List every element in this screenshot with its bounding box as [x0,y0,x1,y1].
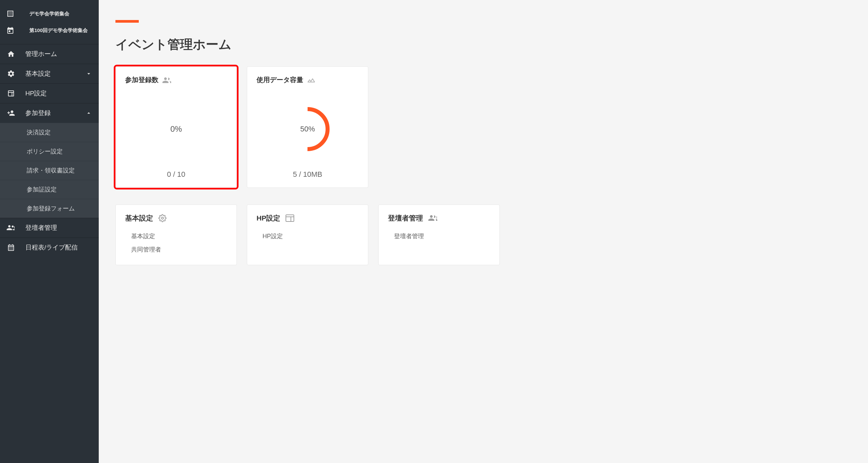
stat-body: 0% [125,84,227,170]
link-card-title: 基本設定 [125,214,153,223]
calendar-icon [7,243,16,252]
calendar-day-icon [6,26,15,35]
gear-icon [7,69,16,78]
link-card-header: HP設定 [256,214,359,223]
sub-nav-registration: 決済設定 ポリシー設定 請求・領収書設定 参加証設定 参加登録フォーム [0,123,99,218]
people-icon [162,77,171,83]
chart-line-icon [307,78,316,83]
link-card-title: HP設定 [256,214,280,223]
registrations-percent: 0% [170,124,182,134]
registrations-ratio: 0 / 10 [125,170,227,179]
registrations-card[interactable]: 参加登録数 0% 0 / 10 [116,66,237,188]
web-icon [285,215,294,222]
stat-cards-row: 参加登録数 0% 0 / 10 使用データ容量 [116,66,851,188]
sub-nav-registration-form[interactable]: 参加登録フォーム [0,199,99,218]
nav-label: HP設定 [25,89,92,98]
sub-nav-payment-settings[interactable]: 決済設定 [0,123,99,142]
nav-item-basic-settings[interactable]: 基本設定 [0,64,99,83]
link-card-title: 登壇者管理 [388,214,423,223]
org-name: デモ学会学術集会 [29,11,69,17]
nav-label: 管理ホーム [25,50,92,58]
link-list: 登壇者管理 [388,229,490,243]
link-hp-settings[interactable]: HP設定 [262,229,359,243]
stat-body: 50% [256,84,359,170]
card-header: 使用データ容量 [256,75,359,84]
link-card-hp-settings: HP設定 HP設定 [247,205,368,265]
sub-nav-billing-receipt-settings[interactable]: 請求・領収書設定 [0,161,99,180]
accent-bar [116,20,139,23]
nav-list: 管理ホーム 基本設定 HP設定 参加登録 [0,44,99,257]
link-speakers-mgmt[interactable]: 登壇者管理 [394,229,490,243]
chevron-up-icon [85,110,92,116]
card-title: 参加登録数 [125,75,158,84]
svg-rect-2 [286,215,294,221]
building-icon [6,9,15,18]
nav-item-hp-settings[interactable]: HP設定 [0,83,99,103]
storage-percent: 50% [300,125,315,133]
sidebar-header: デモ学会学術集会 第100回デモ学会学術集会 [0,0,99,44]
nav-item-home[interactable]: 管理ホーム [0,44,99,64]
nav-label: 登壇者管理 [25,223,92,232]
home-icon [7,50,16,58]
link-card-header: 基本設定 [125,214,227,223]
link-card-speakers: 登壇者管理 登壇者管理 [378,205,500,265]
link-card-basic-settings: 基本設定 基本設定 共同管理者 [116,205,237,265]
sub-nav-policy-settings[interactable]: ポリシー設定 [0,142,99,161]
sidebar: デモ学会学術集会 第100回デモ学会学術集会 管理ホーム 基本設定 [0,0,99,463]
main-content: イベント管理ホーム 参加登録数 0% 0 / 10 使用データ容量 [99,0,868,463]
speakers-icon [428,215,438,222]
card-title: 使用データ容量 [256,75,303,84]
link-card-header: 登壇者管理 [388,214,490,223]
link-list: HP設定 [256,229,359,243]
storage-gauge: 50% [283,104,333,154]
page-title: イベント管理ホーム [116,36,851,53]
event-row[interactable]: 第100回デモ学会学術集会 [6,25,93,41]
nav-item-speakers[interactable]: 登壇者管理 [0,218,99,238]
sub-nav-badge-settings[interactable]: 参加証設定 [0,180,99,199]
link-basic-settings[interactable]: 基本設定 [131,229,227,243]
chevron-down-icon [85,70,92,77]
event-name: 第100回デモ学会学術集会 [29,27,88,34]
link-list: 基本設定 共同管理者 [125,229,227,256]
person-plus-icon [7,109,16,117]
storage-ratio: 5 / 10MB [256,170,359,179]
link-cards-row: 基本設定 基本設定 共同管理者 HP設定 HP設定 [116,205,851,265]
nav-label: 参加登録 [25,109,85,117]
nav-label: 基本設定 [25,69,85,78]
speakers-icon [7,223,16,232]
svg-point-1 [161,217,163,219]
web-icon [7,89,16,98]
nav-item-schedule[interactable]: 日程表/ライブ配信 [0,238,99,257]
nav-label: 日程表/ライブ配信 [25,243,92,252]
gear-icon [158,214,166,222]
org-row[interactable]: デモ学会学術集会 [6,8,93,25]
link-co-admin[interactable]: 共同管理者 [131,243,227,256]
card-header: 参加登録数 [125,75,227,84]
nav-item-registration[interactable]: 参加登録 [0,103,99,123]
storage-card[interactable]: 使用データ容量 50% 5 / 10MB [247,66,368,188]
